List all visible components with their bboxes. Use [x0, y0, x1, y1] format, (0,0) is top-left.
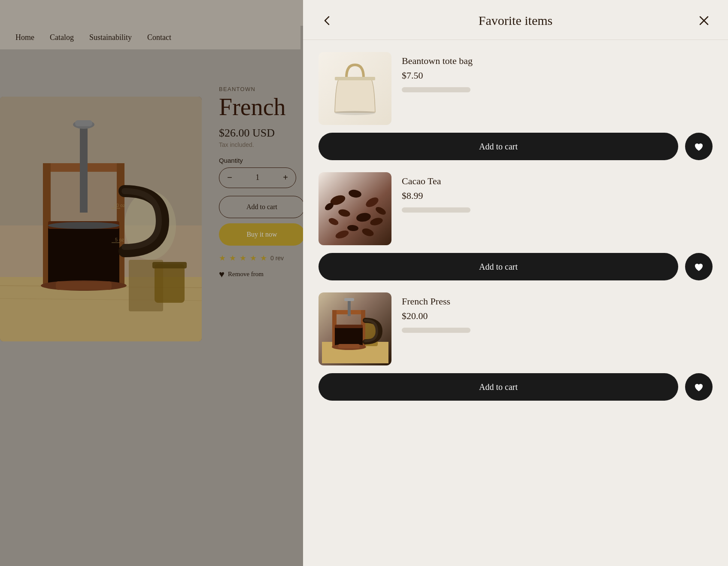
- french-press-fav-image: [318, 292, 391, 365]
- svg-rect-47: [335, 327, 363, 346]
- favorite-item-french-press: French Press $20.00 Add to cart: [318, 292, 713, 401]
- fav-item-top-tote: Beantown tote bag $7.50: [318, 52, 713, 125]
- cacao-actions: Add to cart: [318, 253, 713, 280]
- cacao-tea-image: [318, 172, 391, 245]
- tote-details: Beantown tote bag $7.50: [402, 52, 713, 92]
- fp-bg: [318, 292, 391, 365]
- svg-point-39: [374, 205, 387, 216]
- svg-point-35: [347, 225, 358, 231]
- panel-header: Favorite items: [303, 0, 728, 40]
- tote-rating-bar: [402, 87, 470, 92]
- add-to-cart-cacao-button[interactable]: Add to cart: [318, 253, 678, 280]
- panel-title: Favorite items: [336, 13, 695, 28]
- svg-rect-52: [338, 344, 360, 348]
- fp-details: French Press $20.00: [402, 292, 713, 333]
- cacao-details: Cacao Tea $8.99: [402, 172, 713, 213]
- fp-actions: Add to cart: [318, 373, 713, 401]
- svg-rect-26: [335, 77, 375, 80]
- cacao-bg: [318, 172, 391, 245]
- cacao-name: Cacao Tea: [402, 176, 713, 187]
- add-to-cart-fp-button[interactable]: Add to cart: [318, 373, 678, 401]
- favorite-heart-cacao-button[interactable]: [685, 253, 713, 280]
- favorite-heart-tote-button[interactable]: [685, 133, 713, 160]
- fp-rating-bar: [402, 328, 470, 333]
- back-button[interactable]: [318, 12, 336, 29]
- favorites-panel: Favorite items: [303, 0, 728, 566]
- panel-body: Beantown tote bag $7.50 Add to cart: [303, 40, 728, 566]
- tote-price: $7.50: [402, 70, 713, 81]
- favorite-item-tote: Beantown tote bag $7.50 Add to cart: [318, 52, 713, 160]
- favorite-heart-fp-button[interactable]: [685, 373, 713, 401]
- svg-rect-50: [344, 298, 354, 301]
- fp-name: French Press: [402, 296, 713, 307]
- svg-point-33: [328, 217, 340, 227]
- tote-bg: [318, 52, 391, 125]
- svg-point-37: [361, 227, 375, 238]
- tote-bag-image: [318, 52, 391, 125]
- tote-actions: Add to cart: [318, 133, 713, 160]
- svg-point-27: [335, 111, 375, 115]
- cacao-price: $8.99: [402, 190, 713, 201]
- fp-price: $20.00: [402, 310, 713, 322]
- tote-name: Beantown tote bag: [402, 55, 713, 67]
- add-to-cart-tote-button[interactable]: Add to cart: [318, 133, 678, 160]
- svg-point-31: [337, 208, 351, 218]
- site-overlay: [0, 0, 303, 566]
- close-button[interactable]: [695, 12, 713, 29]
- svg-point-32: [356, 212, 372, 223]
- svg-rect-48: [335, 325, 363, 328]
- svg-point-30: [364, 195, 380, 209]
- cacao-rating-bar: [402, 207, 470, 213]
- favorite-item-cacao: Cacao Tea $8.99 Add to cart: [318, 172, 713, 280]
- svg-rect-49: [348, 299, 351, 316]
- svg-point-29: [348, 189, 362, 199]
- fav-item-top-fp: French Press $20.00: [318, 292, 713, 365]
- fav-item-top-cacao: Cacao Tea $8.99: [318, 172, 713, 245]
- svg-point-36: [334, 229, 350, 240]
- svg-point-34: [369, 216, 383, 226]
